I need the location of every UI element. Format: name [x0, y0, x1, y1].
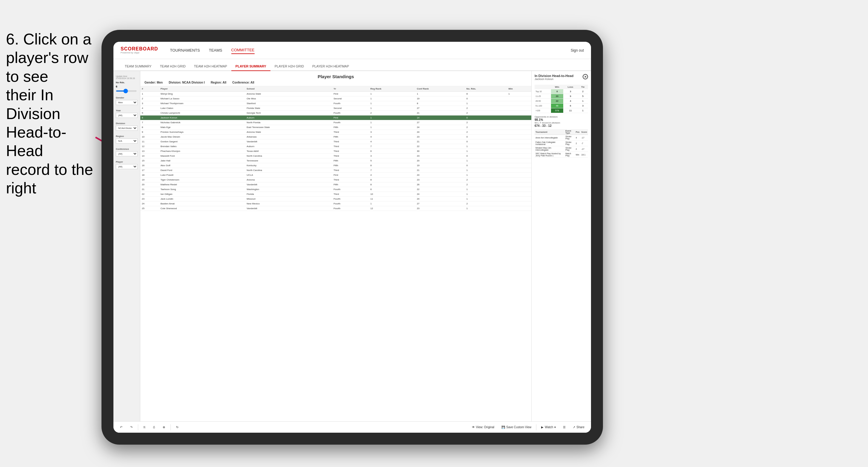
view-original-button[interactable]: 👁 View: Original — [469, 424, 497, 430]
tournament-row: SEC Match Play Hosted by Jerry Pate Roun… — [535, 152, 588, 158]
table-row[interactable]: 1 Wenyi Ding Arizona State First 1 1 8 1 — [140, 92, 531, 96]
h2h-record-table: Win Loss Tie Top 10 8 3 2 11-25 20 9 5 2… — [535, 85, 588, 113]
share-button[interactable]: ↗ Share — [570, 424, 587, 430]
sign-out-button[interactable]: Sign out — [571, 48, 584, 53]
year-filter: Year (All) — [116, 109, 137, 118]
h2h-close-button[interactable]: ✕ — [583, 74, 588, 80]
logo-area: SCOREBOARD Powered by clippi — [121, 46, 158, 54]
player-filter: Player (All) — [116, 160, 137, 169]
col-win: Win — [507, 86, 531, 92]
nav-teams[interactable]: TEAMS — [209, 47, 222, 54]
col-num: # — [140, 86, 159, 92]
table-row[interactable]: 14 Maxwell Ford North Carolina Third 3 2… — [140, 154, 531, 158]
redo-button[interactable]: ↷ — [128, 425, 135, 430]
table-row[interactable]: 8 Mats Ege East Tennessee State Fifth 1 … — [140, 125, 531, 130]
table-row[interactable]: 16 Alex Goff Kentucky Fifth 8 19 0 — [140, 163, 531, 168]
gender-select[interactable]: Men Women — [116, 100, 137, 105]
division-select[interactable]: NCAA Division I — [116, 126, 137, 131]
table-row[interactable]: 19 Tiger Christensen Arizona Third 8 23 … — [140, 178, 531, 182]
standings-header: Player Standings Gender: Men Division: N… — [140, 71, 531, 86]
opponents-label: Opponents in division: — [535, 116, 588, 118]
table-row[interactable]: 5 Christo Lamprecht Georgia Tech Fourth … — [140, 111, 531, 116]
main-content: Update time: 27/03/2024 16:56:26 No Rds.… — [114, 71, 591, 421]
bottom-toolbar: ↶ ↷ ⎘ ⎙ ⊕ ↻ 👁 View: Original 💾 Save Cust… — [114, 421, 591, 433]
gender-filter: Gender Men Women — [116, 96, 137, 105]
paste-button[interactable]: ⎙ — [151, 425, 157, 430]
table-row[interactable]: 18 Luke Powell UCLA First 4 24 1 — [140, 173, 531, 178]
opponents-value: 98.1% — [535, 118, 588, 121]
expand-button[interactable]: ⊕ — [160, 425, 167, 430]
h2h-row: 26-50 22 4 1 — [535, 99, 588, 103]
watch-icon: ▶ — [541, 426, 544, 429]
table-row[interactable]: 24 Bastien Amat New Mexico Fourth 1 27 2 — [140, 201, 531, 206]
toolbar-sep-1 — [138, 424, 138, 430]
table-row[interactable]: 9 Preston Summerhays Arizona State Third… — [140, 130, 531, 134]
conference-filter-label: Conference: All — [232, 81, 254, 84]
logo-text: SCOREBOARD — [121, 46, 158, 51]
conference-select[interactable]: (All) — [116, 151, 137, 156]
col-no-rds: No. Rds. — [465, 86, 507, 92]
toolbar-sep-2 — [170, 424, 171, 430]
gender-filter-label: Gender: Men — [145, 81, 163, 84]
tab-team-summary[interactable]: TEAM SUMMARY — [121, 62, 156, 71]
col-school: School — [245, 86, 332, 92]
layout-button[interactable]: ☰ — [561, 424, 568, 430]
h2h-title: In Division Head-to-Head — [535, 74, 574, 77]
col-player: Player — [159, 86, 245, 92]
year-select[interactable]: (All) — [116, 113, 137, 118]
table-row[interactable]: 11 Gordon Sargent Vanderbilt Third 4 21 … — [140, 139, 531, 144]
tournament-row: Fallen Oak Collegiate Invitational Strok… — [535, 141, 588, 146]
standings-filters: Gender: Men Division: NCAA Division I Re… — [145, 81, 527, 84]
table-row[interactable]: 10 Jacob Mac Diesen Arkansas Fifth 4 23 … — [140, 134, 531, 139]
nav-tournaments[interactable]: TOURNAMENTS — [170, 47, 200, 54]
table-row[interactable]: 21 Taehoon Song Washington Fourth 6 22 1 — [140, 187, 531, 192]
h2h-col-loss: Loss — [563, 85, 578, 89]
tab-player-h2h-grid[interactable]: PLAYER H2H GRID — [271, 62, 308, 71]
save-icon: 💾 — [501, 426, 505, 429]
save-custom-button[interactable]: 💾 Save Custom View — [499, 424, 534, 430]
update-time: Update time: 27/03/2024 16:56:26 — [116, 75, 137, 80]
col-yr: Yr — [332, 86, 369, 92]
division-filter-label: Division: NCAA Division I — [168, 81, 205, 84]
player-select[interactable]: (All) — [116, 164, 137, 169]
h2h-row: 51-100 46 6 3 — [535, 103, 588, 108]
tablet-screen: SCOREBOARD Powered by clippi TOURNAMENTS… — [114, 42, 591, 433]
h2h-col-range — [535, 85, 551, 89]
copy-button[interactable]: ⎘ — [141, 425, 148, 430]
h2h-header: In Division Head-to-Head Jackson Koivun … — [535, 74, 588, 83]
h2h-row: 11-25 20 9 5 — [535, 94, 588, 99]
h2h-col-tie: Tie — [578, 85, 588, 89]
table-row[interactable]: 23 Jack Lundin Missouri Fourth 11 24 1 — [140, 197, 531, 201]
record-value: 674 - 33 - 12 — [535, 124, 588, 127]
table-row[interactable]: 13 Phachara Khonjon Texas A&M Third 6 30… — [140, 149, 531, 154]
toolbar-right: 👁 View: Original 💾 Save Custom View ▶ Wa… — [469, 424, 587, 430]
tab-team-h2h-heatmap[interactable]: TEAM H2H HEATMAP — [190, 62, 231, 71]
undo-button[interactable]: ↶ — [118, 425, 125, 430]
table-row[interactable]: 17 David Ford North Carolina Third 7 21 … — [140, 168, 531, 173]
standings-table: # Player School Yr Reg Rank Conf Rank No… — [140, 86, 531, 211]
table-row[interactable]: 20 Matthew Riedel Vanderbilt Fifth 8 26 … — [140, 182, 531, 187]
table-row[interactable]: 4 Luke Claton Florida State Second 1 27 … — [140, 106, 531, 111]
conference-filter: Conference (All) — [116, 148, 137, 156]
watch-button[interactable]: ▶ Watch ▾ — [539, 424, 558, 430]
nav-committee[interactable]: COMMITTEE — [231, 46, 255, 54]
no-rds-slider[interactable] — [116, 89, 137, 92]
watch-dropdown-icon: ▾ — [554, 426, 556, 429]
tournament-row: Amer Am Intercollegiate Stroke Play 4 -1… — [535, 135, 588, 141]
table-row[interactable]: 3 Michael Thorbjornsen Stanford Fourth 1… — [140, 101, 531, 106]
table-row[interactable]: 22 Ian Gilligan Florida Third 10 24 1 — [140, 192, 531, 197]
table-row[interactable]: 6 Jackson Koivun Auburn First 1 14 0 — [140, 116, 531, 120]
h2h-title-area: In Division Head-to-Head Jackson Koivun — [535, 74, 574, 83]
table-row[interactable]: 2 Michael La Sasso Ole Miss Second 1 19 … — [140, 96, 531, 101]
refresh-button[interactable]: ↻ — [174, 425, 181, 430]
tab-player-h2h-heatmap[interactable]: PLAYER H2H HEATMAP — [308, 62, 353, 71]
table-row[interactable]: 25 Cole Sherwood Vanderbilt Fourth 12 23… — [140, 206, 531, 211]
col-conf-rank: Conf Rank — [415, 86, 465, 92]
tab-player-summary[interactable]: PLAYER SUMMARY — [231, 62, 271, 71]
left-filter-panel: Update time: 27/03/2024 16:56:26 No Rds.… — [114, 71, 140, 421]
table-row[interactable]: 7 Nicholas Gabrelcik North Florida Fourt… — [140, 120, 531, 125]
table-row[interactable]: 15 Jake Hall Tennessee Fifth 5 20 1 — [140, 158, 531, 163]
region-select[interactable]: N/A — [116, 138, 137, 144]
tab-team-h2h-grid[interactable]: TEAM H2H GRID — [156, 62, 190, 71]
table-row[interactable]: 12 Brendan Valles Auburn Third 7 22 1 — [140, 144, 531, 149]
